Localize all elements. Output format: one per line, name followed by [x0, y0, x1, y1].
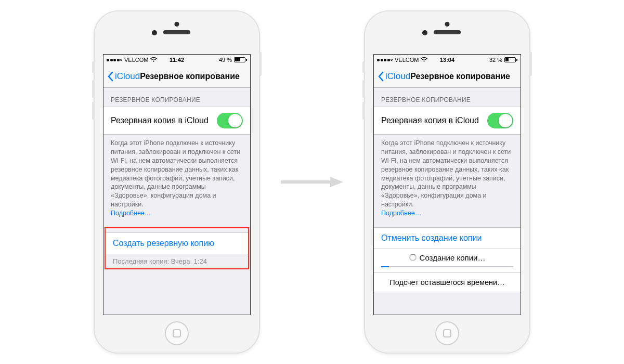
carrier-label: VELCOM	[124, 57, 148, 63]
screen: VELCOM 13:04 32 % iCloud Резервное копир…	[373, 54, 521, 315]
icloud-backup-toggle-row[interactable]: Резервная копия в iCloud	[374, 107, 521, 135]
nav-bar: iCloud Резервное копирование	[103, 65, 250, 88]
progress-status-label: Создание копии…	[420, 253, 486, 262]
group-header: РЕЗЕРВНОЕ КОПИРОВАНИЕ	[374, 88, 521, 107]
back-button[interactable]: iCloud	[378, 71, 410, 82]
volume-down-button	[362, 102, 365, 120]
settings-content: РЕЗЕРВНОЕ КОПИРОВАНИЕ Резервная копия в …	[103, 88, 250, 315]
carrier-label: VELCOM	[395, 57, 419, 63]
front-camera	[445, 22, 450, 27]
action-label: Создать резервную копию	[113, 239, 214, 248]
icloud-backup-toggle-row[interactable]: Резервная копия в iCloud	[103, 107, 250, 135]
backup-description: Когда этот iPhone подключен к источнику …	[103, 135, 250, 220]
clock: 13:04	[440, 57, 454, 63]
spinner-icon	[409, 254, 417, 261]
last-backup-label: Последняя копия: Вчера, 1:24	[106, 254, 248, 268]
mute-switch	[362, 61, 365, 73]
backup-now-button[interactable]: Создать резервную копию	[106, 232, 248, 254]
back-button[interactable]: iCloud	[108, 71, 140, 82]
toggle-switch[interactable]	[217, 113, 243, 128]
wifi-icon	[150, 57, 157, 63]
settings-content: РЕЗЕРВНОЕ КОПИРОВАНИЕ Резервная копия в …	[374, 88, 521, 315]
signal-strength-icon	[107, 59, 122, 61]
battery-percent: 32 %	[489, 57, 502, 63]
clock: 11:42	[170, 57, 184, 63]
time-remaining-label: Подсчет оставшегося времени…	[374, 273, 521, 292]
backup-progress-row: Создание копии…	[374, 249, 521, 273]
home-button[interactable]	[165, 321, 189, 345]
description-text: Когда этот iPhone подключен к источнику …	[381, 139, 511, 208]
backup-description: Когда этот iPhone подключен к источнику …	[374, 135, 521, 220]
battery-percent: 49 %	[219, 57, 232, 63]
chevron-left-icon	[378, 71, 384, 82]
front-camera	[175, 22, 179, 27]
cancel-backup-button[interactable]: Отменить создание копии	[374, 227, 521, 249]
proximity-sensor	[152, 30, 157, 35]
signal-strength-icon	[377, 59, 393, 61]
iphone-device-left: VELCOM 11:42 49 % iCloud Резервное копир…	[94, 10, 260, 354]
action-label: Отменить создание копии	[381, 233, 482, 243]
mute-switch	[92, 61, 95, 73]
status-bar: VELCOM 13:04 32 %	[374, 55, 521, 65]
learn-more-link[interactable]: Подробнее…	[111, 210, 151, 217]
battery-icon	[504, 57, 517, 62]
toggle-label: Резервная копия в iCloud	[111, 116, 209, 125]
back-label: iCloud	[385, 71, 410, 82]
home-button[interactable]	[435, 321, 459, 345]
proximity-sensor	[422, 30, 427, 35]
group-header: РЕЗЕРВНОЕ КОПИРОВАНИЕ	[103, 88, 250, 107]
nav-bar: iCloud Резервное копирование	[374, 65, 521, 88]
battery-icon	[234, 57, 247, 62]
highlighted-action-area: Создать резервную копию Последняя копия:…	[105, 227, 249, 269]
volume-up-button	[92, 80, 95, 98]
volume-up-button	[362, 80, 365, 98]
volume-down-button	[92, 102, 95, 120]
learn-more-link[interactable]: Подробнее…	[381, 210, 421, 217]
screen: VELCOM 11:42 49 % iCloud Резервное копир…	[103, 54, 251, 315]
power-button	[259, 52, 262, 76]
toggle-label: Резервная копия в iCloud	[381, 116, 479, 125]
toggle-switch[interactable]	[487, 113, 513, 128]
flow-arrow-icon	[281, 177, 343, 187]
status-bar: VELCOM 11:42 49 %	[103, 55, 250, 65]
chevron-left-icon	[108, 71, 114, 82]
progress-bar	[381, 266, 513, 267]
wifi-icon	[421, 57, 427, 63]
iphone-device-right: VELCOM 13:04 32 % iCloud Резервное копир…	[364, 10, 530, 354]
description-text: Когда этот iPhone подключен к источнику …	[111, 139, 240, 208]
power-button	[529, 52, 532, 76]
back-label: iCloud	[115, 71, 140, 82]
